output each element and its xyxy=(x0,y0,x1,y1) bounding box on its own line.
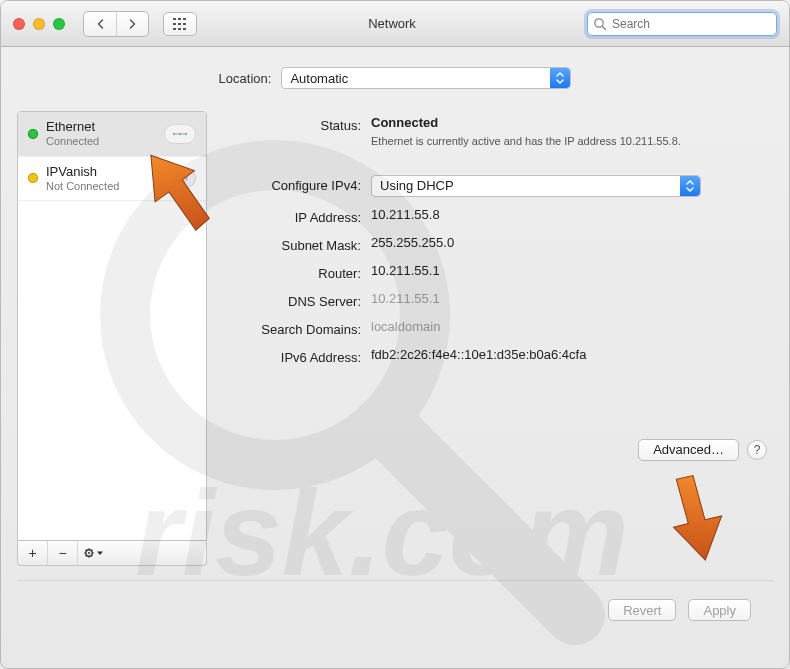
list-item-text: IPVanish Not Connected xyxy=(46,165,156,193)
columns: Ethernet Connected IPVanish Not Connecte… xyxy=(17,111,773,566)
svg-rect-7 xyxy=(178,28,181,30)
svg-rect-1 xyxy=(178,18,181,20)
show-all-button[interactable] xyxy=(163,12,197,36)
svg-line-10 xyxy=(602,26,605,29)
svg-rect-8 xyxy=(183,28,186,30)
status-dot-connected-icon xyxy=(28,129,38,139)
router-value: 10.211.55.1 xyxy=(371,263,773,278)
svg-rect-3 xyxy=(173,23,176,25)
zoom-window-button[interactable] xyxy=(53,18,65,30)
updown-caps xyxy=(550,68,570,88)
minimize-window-button[interactable] xyxy=(33,18,45,30)
ipv6-value: fdb2:2c26:f4e4::10e1:d35e:b0a6:4cfa xyxy=(371,347,773,362)
sidebar: Ethernet Connected IPVanish Not Connecte… xyxy=(17,111,207,566)
revert-button[interactable]: Revert xyxy=(608,599,676,621)
service-action-menu[interactable] xyxy=(78,541,108,565)
remove-service-button[interactable]: − xyxy=(48,541,78,565)
ipv6-label: IPv6 Address: xyxy=(221,347,371,365)
content: Location: Automatic Ethernet Connected xyxy=(1,47,789,660)
svg-point-11 xyxy=(173,133,175,135)
svg-line-23 xyxy=(86,555,87,556)
domains-row: Search Domains: localdomain xyxy=(221,319,773,337)
list-item-name: IPVanish xyxy=(46,165,156,180)
mask-label: Subnet Mask: xyxy=(221,235,371,253)
dns-row: DNS Server: 10.211.55.1 xyxy=(221,291,773,309)
list-item-ethernet[interactable]: Ethernet Connected xyxy=(18,112,206,157)
advanced-button[interactable]: Advanced… xyxy=(638,439,739,461)
list-item-name: Ethernet xyxy=(46,120,156,135)
configure-label: Configure IPv4: xyxy=(221,175,371,193)
ip-row: IP Address: 10.211.55.8 xyxy=(221,207,773,225)
dns-label: DNS Server: xyxy=(221,291,371,309)
prefs-window: Network Location: Automatic xyxy=(0,0,790,669)
status-dot-idle-icon xyxy=(28,173,38,183)
vpn-icon xyxy=(164,168,196,188)
updown-chevrons-icon xyxy=(685,179,695,193)
advanced-row: Advanced… ? xyxy=(221,439,773,461)
list-item-sub: Not Connected xyxy=(46,180,156,193)
ethernet-icon xyxy=(164,124,196,144)
svg-rect-6 xyxy=(173,28,176,30)
close-window-button[interactable] xyxy=(13,18,25,30)
location-label: Location: xyxy=(219,71,272,86)
configure-value: Using DHCP xyxy=(372,178,462,193)
window-title: Network xyxy=(205,16,579,31)
svg-point-16 xyxy=(88,552,90,554)
svg-line-21 xyxy=(86,550,87,551)
mask-value: 255.255.255.0 xyxy=(371,235,773,250)
list-item-sub: Connected xyxy=(46,135,156,148)
footer: Revert Apply xyxy=(17,581,773,637)
help-button[interactable]: ? xyxy=(747,440,767,460)
add-service-button[interactable]: + xyxy=(18,541,48,565)
chevron-left-icon xyxy=(96,19,105,29)
svg-point-13 xyxy=(185,133,187,135)
services-list[interactable]: Ethernet Connected IPVanish Not Connecte… xyxy=(17,111,207,541)
list-item-text: Ethernet Connected xyxy=(46,120,156,148)
ip-value: 10.211.55.8 xyxy=(371,207,773,222)
nav-back-forward xyxy=(83,11,149,37)
location-row: Location: Automatic xyxy=(17,67,773,89)
svg-rect-2 xyxy=(183,18,186,20)
apply-button[interactable]: Apply xyxy=(688,599,751,621)
chevron-right-icon xyxy=(128,19,137,29)
traffic-lights xyxy=(13,18,65,30)
search-input[interactable] xyxy=(587,12,777,36)
location-select[interactable]: Automatic xyxy=(281,67,571,89)
status-label: Status: xyxy=(221,115,371,133)
domains-label: Search Domains: xyxy=(221,319,371,337)
location-value: Automatic xyxy=(282,71,356,86)
domains-value: localdomain xyxy=(371,319,773,334)
sidebar-toolbar: + − xyxy=(17,541,207,566)
status-value: Connected xyxy=(371,115,773,130)
status-description: Ethernet is currently active and has the… xyxy=(371,134,721,149)
list-item-ipvanish[interactable]: IPVanish Not Connected xyxy=(18,157,206,202)
search-icon xyxy=(593,17,607,31)
svg-line-24 xyxy=(91,550,92,551)
svg-rect-0 xyxy=(173,18,176,20)
svg-rect-4 xyxy=(178,23,181,25)
svg-line-22 xyxy=(91,555,92,556)
updown-caps xyxy=(680,176,700,196)
configure-select[interactable]: Using DHCP xyxy=(371,175,701,197)
configure-row: Configure IPv4: Using DHCP xyxy=(221,175,773,197)
back-button[interactable] xyxy=(84,12,116,36)
status-row: Status: Connected Ethernet is currently … xyxy=(221,115,773,149)
ipv6-row: IPv6 Address: fdb2:2c26:f4e4::10e1:d35e:… xyxy=(221,347,773,365)
gear-dropdown-icon xyxy=(82,547,104,559)
forward-button[interactable] xyxy=(116,12,148,36)
router-label: Router: xyxy=(221,263,371,281)
dns-value: 10.211.55.1 xyxy=(371,291,773,306)
svg-rect-5 xyxy=(183,23,186,25)
search-wrap xyxy=(587,12,777,36)
updown-chevrons-icon xyxy=(555,71,565,85)
ip-label: IP Address: xyxy=(221,207,371,225)
details-panel: Status: Connected Ethernet is currently … xyxy=(221,111,773,566)
mask-row: Subnet Mask: 255.255.255.0 xyxy=(221,235,773,253)
svg-point-12 xyxy=(179,133,181,135)
grid-icon xyxy=(173,18,187,30)
router-row: Router: 10.211.55.1 xyxy=(221,263,773,281)
titlebar: Network xyxy=(1,1,789,47)
